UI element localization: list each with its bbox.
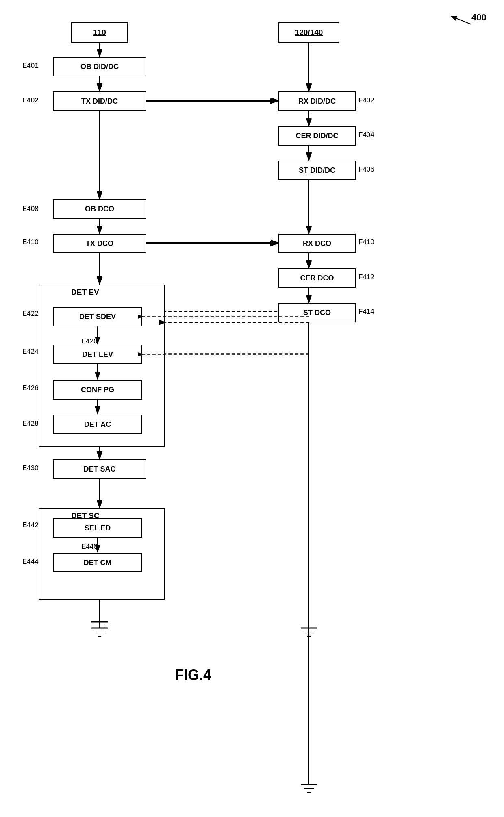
box-det-lev: DET LEV: [53, 345, 142, 364]
box-cer-dco: CER DCO: [278, 268, 356, 288]
label-e444: E444: [22, 558, 39, 566]
box-sel-ed: SEL ED: [53, 518, 142, 538]
label-e426: E426: [22, 384, 39, 392]
label-e424: E424: [22, 348, 39, 356]
box-rx-did-dc: RX DID/DC: [278, 91, 356, 111]
label-e402: E402: [22, 96, 39, 104]
label-e422: E422: [22, 310, 39, 318]
label-e440: E440: [81, 543, 98, 551]
label-f406: F406: [358, 165, 374, 174]
label-e428: E428: [22, 419, 39, 428]
box-120-140: 120/140: [278, 22, 339, 43]
figure-label: FIG.4: [175, 667, 211, 684]
box-ob-dco: OB DCO: [53, 199, 146, 219]
diagram: 400 110 120/140 E401 OB DID/DC E402 TX D…: [0, 0, 504, 817]
box-conf-pg: CONF PG: [53, 380, 142, 400]
label-e442: E442: [22, 521, 39, 529]
label-e430: E430: [22, 464, 39, 472]
svg-line-35: [451, 16, 471, 24]
box-st-did-dc: ST DID/DC: [278, 161, 356, 180]
label-f414: F414: [358, 308, 374, 316]
label-f402: F402: [358, 96, 374, 104]
box-det-ac: DET AC: [53, 415, 142, 434]
group-det-ev-title: DET EV: [71, 288, 99, 297]
box-tx-dco: TX DCO: [53, 234, 146, 253]
label-e408: E408: [22, 205, 39, 213]
label-f412: F412: [358, 273, 374, 281]
label-e410: E410: [22, 238, 39, 246]
box-rx-dco: RX DCO: [278, 234, 356, 253]
corner-arrow: [447, 14, 476, 26]
box-st-dco: ST DCO: [278, 303, 356, 322]
box-det-cm: DET CM: [53, 553, 142, 572]
label-e401: E401: [22, 62, 39, 70]
label-f410: F410: [358, 238, 374, 246]
box-tx-did-dc: TX DID/DC: [53, 91, 146, 111]
box-det-sdev: DET SDEV: [53, 307, 142, 326]
box-cer-did-dc: CER DID/DC: [278, 126, 356, 146]
label-f404: F404: [358, 131, 374, 139]
label-e420: E420: [81, 337, 98, 345]
box-det-sac: DET SAC: [53, 459, 146, 479]
box-ob-did-dc: OB DID/DC: [53, 57, 146, 76]
box-110: 110: [71, 22, 128, 43]
